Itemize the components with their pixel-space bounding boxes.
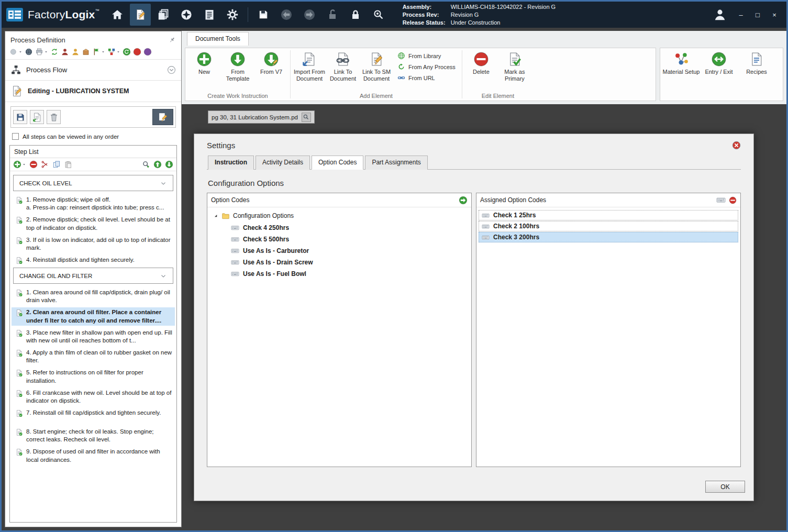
- step-item[interactable]: 7. Reinstall oil fill cap/dipstick and t…: [12, 408, 175, 418]
- move-up-button[interactable]: [153, 160, 162, 169]
- sync-button[interactable]: [50, 48, 59, 56]
- tab-part-assignments[interactable]: Part Assignments: [365, 156, 427, 170]
- option-code-item[interactable]: Check 5 500hrs: [209, 234, 470, 245]
- web-button[interactable]: [25, 48, 33, 56]
- material-setup-button[interactable]: Material Setup: [662, 50, 700, 75]
- save-button[interactable]: [253, 4, 274, 26]
- ok-button[interactable]: OK: [705, 481, 745, 493]
- user-account-button[interactable]: [711, 6, 729, 24]
- assign-option-button[interactable]: [459, 196, 468, 205]
- new-button[interactable]: New: [187, 50, 221, 75]
- copy-button[interactable]: [52, 160, 61, 169]
- record-button[interactable]: [143, 48, 152, 56]
- step-item[interactable]: 2. Clean area around oil filter. Place a…: [12, 307, 175, 325]
- document-tab[interactable]: pg 30, 31 Lubrication System.pd: [208, 110, 315, 124]
- back-button[interactable]: [276, 4, 297, 26]
- assigned-option-item[interactable]: Check 1 25hrs: [479, 210, 738, 220]
- delete-button[interactable]: Delete: [464, 50, 498, 75]
- ribbon-group-edit-element: DeleteMark as PrimaryEdit Element: [462, 48, 534, 101]
- ribbon-item-label: From URL: [408, 75, 435, 81]
- activate-button[interactable]: [123, 48, 131, 56]
- tab-option-codes[interactable]: Option Codes: [312, 156, 363, 170]
- unassign-option-button[interactable]: [729, 196, 737, 204]
- order-checkbox-row[interactable]: All steps can be viewed in any order: [5, 129, 181, 144]
- dialog-close-button[interactable]: [732, 141, 741, 150]
- package-button[interactable]: [82, 48, 90, 56]
- step-item[interactable]: 5. Refer to instructions on oil filter f…: [12, 368, 175, 385]
- remove-step-button[interactable]: [29, 160, 38, 169]
- tab-document-tools[interactable]: Document Tools: [187, 32, 249, 46]
- from-v7-button[interactable]: From V7: [254, 50, 288, 75]
- from-library-button[interactable]: From Library: [397, 52, 456, 60]
- documents-button[interactable]: [153, 4, 174, 26]
- unlock-button[interactable]: [322, 4, 343, 26]
- home-button[interactable]: [107, 4, 128, 26]
- edit-instruction-button[interactable]: [152, 109, 173, 125]
- close-button[interactable]: ×: [770, 11, 779, 19]
- navigator-button[interactable]: [176, 4, 197, 26]
- work-instruction-button[interactable]: [130, 4, 151, 26]
- collapse-icon[interactable]: [167, 65, 176, 74]
- from-url-button[interactable]: From URL: [397, 74, 456, 82]
- audit-search-button[interactable]: [368, 4, 389, 26]
- tab-instruction[interactable]: Instruction: [208, 156, 254, 170]
- step-item[interactable]: 1. Remove dipstick; wipe oil off. a. Pre…: [12, 195, 175, 213]
- lock-button[interactable]: [345, 4, 366, 26]
- step-item[interactable]: 3. Place new filter in shallow pan with …: [12, 328, 175, 346]
- maximize-button[interactable]: □: [753, 11, 762, 19]
- step-item[interactable]: 2. Remove dipstick; check oil level. Lev…: [12, 215, 175, 232]
- minimize-button[interactable]: –: [736, 11, 746, 19]
- step-item[interactable]: 4. Reinstall dipstick and tighten secure…: [12, 255, 175, 265]
- tree-root[interactable]: Configuration Options: [209, 210, 470, 222]
- add-step-button[interactable]: [13, 160, 26, 169]
- mark-primary-icon: [507, 51, 523, 67]
- document-zoom-button[interactable]: [302, 113, 311, 122]
- tab-activity-details[interactable]: Activity Details: [256, 156, 310, 170]
- option-code-item[interactable]: Use As Is - Carburetor: [209, 245, 470, 257]
- user-remove-button[interactable]: [61, 48, 69, 56]
- step-item[interactable]: 8. Start engine; check for oil leaks. St…: [12, 427, 175, 445]
- user-approve-button[interactable]: [71, 48, 80, 56]
- step-group-check-oil-level[interactable]: CHECK OIL LEVEL: [13, 175, 173, 191]
- deploy-button[interactable]: [107, 48, 120, 56]
- link-to-document-button[interactable]: Link To Document: [326, 50, 360, 82]
- option-code-item[interactable]: Use As Is - Fuel Bowl: [209, 268, 470, 280]
- assigned-option-item[interactable]: Check 2 100hrs: [479, 221, 738, 231]
- step-item[interactable]: 4. Apply a thin film of clean oil to rub…: [12, 348, 175, 365]
- recipes-button[interactable]: Recipes: [738, 50, 775, 75]
- step-item[interactable]: 6. Fill crankcase with new oil. Level sh…: [12, 388, 175, 406]
- step-item[interactable]: 9. Dispose of used oil and filter in acc…: [12, 447, 175, 464]
- mark-as-primary-button[interactable]: Mark as Primary: [498, 50, 531, 82]
- keyboard-button[interactable]: [716, 195, 726, 205]
- ribbon-item-label: Delete: [473, 69, 490, 75]
- from-any-process-button[interactable]: From Any Process: [397, 63, 456, 71]
- from-template-button[interactable]: From Template: [221, 50, 254, 82]
- cut-button[interactable]: [41, 160, 49, 169]
- pin-icon[interactable]: [168, 36, 176, 44]
- paste-button[interactable]: [64, 160, 72, 169]
- release-flag-button[interactable]: [92, 48, 105, 56]
- import-from-document-button[interactable]: Import From Document: [293, 50, 326, 82]
- settings-gear-button[interactable]: [222, 4, 243, 26]
- reports-button[interactable]: [199, 4, 220, 26]
- order-checkbox[interactable]: [12, 133, 19, 140]
- options-dropdown-button[interactable]: [9, 48, 23, 56]
- assigned-option-item[interactable]: Check 3 200hrs: [479, 232, 738, 242]
- move-down-button[interactable]: [165, 160, 173, 169]
- print-button[interactable]: [35, 48, 48, 56]
- option-code-item[interactable]: Use As Is - Drain Screw: [209, 257, 470, 268]
- step-item[interactable]: 3. If oil is low on indicator, add oil u…: [12, 235, 175, 253]
- step-item[interactable]: 1. Clean area around oil fill cap/dipsti…: [12, 287, 175, 305]
- entry-exit-button[interactable]: Entry / Exit: [700, 50, 738, 75]
- import-doc-button[interactable]: [30, 110, 44, 124]
- step-group-change-oil-and-filter[interactable]: CHANGE OIL AND FILTER: [13, 268, 173, 284]
- link-to-sm-document-button[interactable]: Link To SM Document: [360, 50, 393, 82]
- forward-button[interactable]: [299, 4, 320, 26]
- option-code-item[interactable]: Check 4 250hrs: [209, 222, 470, 234]
- save-small-button[interactable]: [13, 110, 27, 124]
- process-flow-row[interactable]: Process Flow: [5, 60, 181, 81]
- stop-button[interactable]: [133, 48, 141, 56]
- entry-exit-icon: [711, 51, 727, 67]
- zoom-button[interactable]: [142, 160, 150, 169]
- trash-button[interactable]: [47, 110, 61, 124]
